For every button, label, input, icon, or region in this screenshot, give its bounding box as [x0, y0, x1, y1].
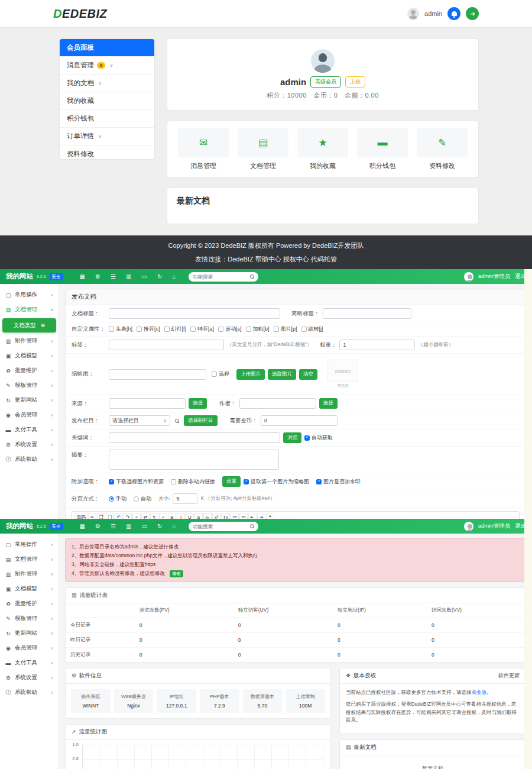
custom-attr-checkbox[interactable]: 图片[p] — [274, 325, 297, 333]
dedebiz-logo[interactable]: DEDEBIZ — [53, 7, 107, 21]
sidebar-item-orders[interactable]: 订单详情∨ — [60, 128, 154, 146]
paging-manual-radio[interactable]: 手动 — [109, 495, 126, 503]
admin-menu-help[interactable]: ⓘ系统帮助∨ — [0, 452, 59, 467]
logout-button[interactable]: ➜ — [466, 7, 479, 20]
refresh-icon[interactable]: ↻ — [157, 273, 162, 280]
admin-submenu-doc-type-active[interactable]: 文档类型⊕ — [2, 318, 56, 332]
watermark-checkbox[interactable]: 图片是否加水印 — [316, 478, 361, 486]
upload-image-button[interactable]: 上传图片 — [236, 369, 265, 380]
custom-attr-checkbox[interactable]: 滚动[s] — [218, 325, 242, 333]
editor-toolbar-button[interactable]: 源码 — [74, 513, 87, 519]
admin-menu-item[interactable]: ▬支付工具∨ — [0, 655, 59, 670]
software-update-link[interactable]: 软件更新 — [498, 672, 520, 680]
plus-circle-icon[interactable]: ⊕ — [41, 322, 46, 328]
browse-button[interactable]: 浏览 — [283, 432, 301, 443]
doc-title-input[interactable] — [109, 308, 280, 319]
function-search-input[interactable] — [193, 274, 248, 280]
editor-toolbar-button[interactable]: ✓ — [159, 513, 167, 519]
admin-menu-templates[interactable]: ✎模板管理∨ — [0, 378, 59, 393]
commercial-license-link[interactable]: 商业版 — [472, 689, 487, 695]
custom-attr-checkbox[interactable]: 推荐[c] — [137, 325, 160, 333]
editor-toolbar-button[interactable]: x₂ — [203, 513, 212, 519]
settings-icon[interactable]: ⚙ — [95, 273, 100, 280]
sidebar-item-wallet[interactable]: 积分钱包 — [60, 110, 154, 128]
column-search-icon[interactable] — [175, 419, 179, 423]
admin-menu-members[interactable]: ◉会员管理∨ — [0, 408, 59, 422]
admin-menu-item[interactable]: ⓘ系统帮助∨ — [0, 685, 59, 700]
custom-attr-checkbox[interactable]: 特荐[a] — [190, 325, 214, 333]
keyword-input[interactable] — [109, 432, 280, 443]
summary-textarea[interactable] — [109, 450, 279, 470]
radio-icon[interactable] — [134, 496, 139, 502]
editor-toolbar-button[interactable]: ❝ — [266, 513, 274, 519]
sidebar-item-favorites[interactable]: 我的收藏 — [60, 92, 154, 110]
site-name[interactable]: 我的网站 — [6, 272, 33, 281]
shortcut-tile[interactable]: ▬ 积分钱包 — [357, 128, 408, 170]
editor-toolbar-button[interactable]: U — [186, 513, 194, 519]
admin-menu-item[interactable]: ✎模板管理∨ — [0, 611, 59, 626]
remote-checkbox[interactable]: 远程 — [212, 370, 229, 378]
editor-toolbar-button[interactable]: I — [177, 513, 185, 519]
checkbox-checked-icon[interactable] — [109, 479, 114, 484]
admin-menu-item[interactable]: ▤文档管理∨ — [0, 552, 59, 567]
checkbox-icon[interactable] — [171, 479, 176, 484]
weight-input[interactable] — [339, 340, 415, 350]
short-title-input[interactable] — [323, 308, 411, 319]
site-name[interactable]: 我的网站 — [6, 522, 33, 531]
editor-toolbar-button[interactable]: ≔ — [231, 513, 239, 519]
shortcut-tile[interactable]: ★ 我的收藏 — [297, 128, 348, 170]
stats-icon[interactable]: ▥ — [126, 523, 131, 529]
editor-toolbar-button[interactable]: ↷ — [124, 513, 132, 519]
editor-toolbar-button[interactable]: ≕ — [239, 513, 248, 519]
checkbox-icon[interactable] — [274, 327, 279, 332]
admin-menu-item[interactable]: ⚙系统设置∨ — [0, 670, 59, 685]
admin-avatar[interactable] — [464, 522, 473, 531]
remove-links-checkbox[interactable]: 删除非站内链接 — [171, 478, 215, 486]
checkbox-checked-icon[interactable] — [316, 479, 322, 484]
author-choose-button[interactable]: 选择 — [319, 398, 338, 409]
auto-fetch-checkbox[interactable]: 自动获取 — [304, 434, 333, 442]
custom-attr-checkbox[interactable]: 幻灯[f] — [164, 325, 187, 333]
admin-username[interactable]: admin管理员 — [478, 522, 510, 530]
page-scrollbar-track[interactable] — [524, 269, 532, 769]
admin-menu-batch[interactable]: ♻批量维护∨ — [0, 363, 59, 378]
source-choose-button[interactable]: 选择 — [189, 398, 207, 409]
checkbox-icon[interactable] — [301, 327, 307, 332]
editor-toolbar-button[interactable]: ⌕ — [132, 513, 141, 519]
sidebar-item-member-panel[interactable]: 会员面板 — [60, 39, 154, 57]
checkbox-checked-icon[interactable] — [304, 435, 310, 441]
editor-toolbar-button[interactable]: Tx — [221, 513, 230, 519]
editor-toolbar-button[interactable]: S — [194, 513, 203, 519]
checkbox-icon[interactable] — [137, 327, 142, 332]
search-icon[interactable] — [250, 274, 254, 279]
sidebar-item-my-docs[interactable]: 我的文档∨ — [60, 75, 154, 92]
admin-menu-item[interactable]: ◉会员管理∨ — [0, 641, 59, 655]
shortcut-tile[interactable]: ▤ 文档管理 — [238, 128, 288, 170]
editor-toolbar-button[interactable]: ⇥ — [257, 513, 265, 519]
shortcut-tile[interactable]: ✉ 消息管理 — [178, 128, 229, 170]
security-badge[interactable]: 安全 — [50, 273, 63, 280]
radio-selected-icon[interactable] — [109, 496, 114, 502]
editor-toolbar-button[interactable]: ¶ — [150, 513, 158, 519]
refresh-icon[interactable]: ↻ — [157, 523, 162, 529]
checkbox-icon[interactable] — [109, 327, 114, 332]
function-search-input[interactable] — [193, 524, 248, 529]
home-icon[interactable]: ⌂ — [172, 273, 176, 280]
editor-toolbar-button[interactable]: ⇤ — [248, 513, 257, 519]
admin-menu-item[interactable]: ♻批量维护∨ — [0, 596, 59, 611]
thumbnail-input[interactable] — [109, 369, 206, 380]
paging-auto-radio[interactable]: 自动 — [134, 495, 151, 503]
security-badge[interactable]: 安全 — [50, 523, 63, 530]
checkbox-icon[interactable] — [212, 371, 217, 377]
editor-toolbar-button[interactable]: ❑ — [106, 513, 114, 519]
stats-icon[interactable]: ▥ — [126, 273, 131, 280]
select-image-button[interactable]: 选取图片 — [268, 369, 296, 380]
admin-menu-item[interactable]: ▥附件管理∨ — [0, 567, 59, 581]
admin-menu-documents[interactable]: ▤文档管理∧ — [0, 302, 59, 317]
admin-menu-item[interactable]: ▢常用操作∨ — [0, 537, 59, 552]
checkbox-icon[interactable] — [190, 327, 196, 332]
admin-avatar[interactable] — [464, 272, 473, 282]
shortcut-tile[interactable]: ✎ 资料修改 — [417, 128, 468, 170]
clear-button[interactable]: 清空 — [299, 369, 317, 380]
sidebar-item-profile-edit[interactable]: 资料修改 — [60, 146, 154, 160]
